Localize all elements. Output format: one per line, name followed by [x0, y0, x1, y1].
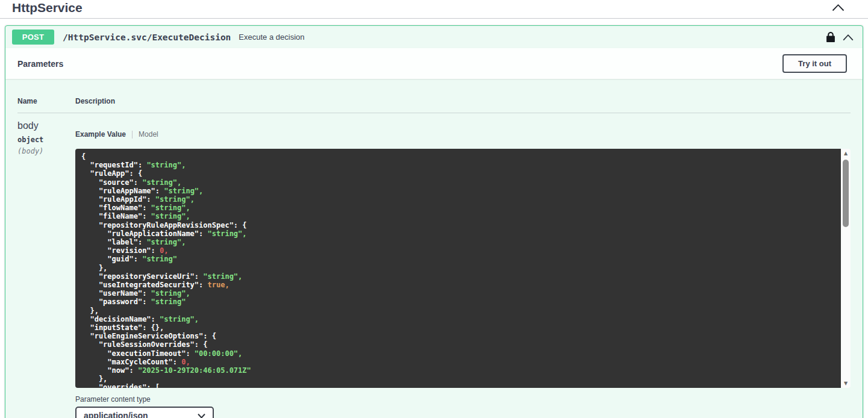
- parameter-location: (body): [17, 147, 75, 155]
- operation-summary[interactable]: POST /HttpService.svc/ExecuteDecision Ex…: [5, 26, 863, 48]
- tab-divider: [132, 131, 133, 139]
- content-type-label: Parameter content type: [75, 395, 851, 404]
- scrollbar-up-icon[interactable]: ▲: [841, 149, 851, 158]
- code-scrollbar[interactable]: ▲ ▼: [841, 149, 851, 388]
- tag-collapse-chevron-up-icon[interactable]: [832, 3, 845, 14]
- tab-model[interactable]: Model: [139, 130, 158, 139]
- parameter-name: body: [17, 120, 75, 131]
- lock-icon[interactable]: [826, 32, 835, 42]
- tab-example-value[interactable]: Example Value: [75, 130, 126, 139]
- parameter-type: object: [17, 136, 75, 144]
- example-code-block: { "requestId": "string", "ruleApp": { "s…: [75, 149, 851, 388]
- parameter-name-cell: body object (body): [17, 120, 75, 418]
- api-tag-header: HttpService: [0, 0, 868, 19]
- parameters-section-header: Parameters Try it out: [5, 48, 863, 79]
- parameters-table-header: Name Description: [17, 97, 851, 113]
- content-type-select[interactable]: application/json: [75, 407, 214, 418]
- parameters-body: Name Description body object (body) Exam…: [5, 79, 863, 418]
- example-json-code[interactable]: { "requestId": "string", "ruleApp": { "s…: [75, 149, 841, 388]
- parameter-description-cell: Example Value Model { "requestId": "stri…: [75, 120, 851, 418]
- column-header-description: Description: [75, 97, 851, 105]
- parameter-row-body: body object (body) Example Value Model {…: [17, 113, 851, 418]
- scrollbar-thumb[interactable]: [843, 160, 849, 227]
- swagger-api-page: HttpService POST /HttpService.svc/Execut…: [0, 0, 868, 418]
- content-type-selected-value: application/json: [84, 411, 148, 418]
- example-model-tabs: Example Value Model: [75, 130, 851, 139]
- try-it-out-button[interactable]: Try it out: [782, 54, 847, 73]
- post-operation-block: POST /HttpService.svc/ExecuteDecision Ex…: [5, 25, 863, 418]
- scrollbar-down-icon[interactable]: ▼: [841, 379, 851, 388]
- method-badge: POST: [12, 30, 54, 45]
- chevron-down-icon: [198, 413, 205, 418]
- operation-collapse-chevron-up-icon[interactable]: [843, 34, 854, 41]
- column-header-name: Name: [17, 97, 75, 105]
- endpoint-path: /HttpService.svc/ExecuteDecision: [63, 33, 231, 42]
- page-title: HttpService: [0, 0, 868, 15]
- parameters-title: Parameters: [17, 59, 63, 69]
- endpoint-description: Execute a decision: [239, 33, 304, 42]
